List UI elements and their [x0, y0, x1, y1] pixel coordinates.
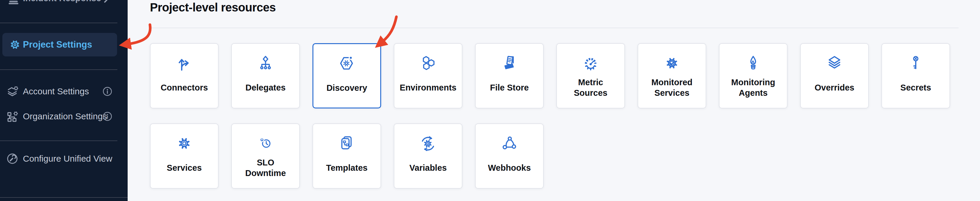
- project-settings-page: Incident Response: [0, 0, 980, 201]
- sidebar-item-organization-settings[interactable]: Organization Settings: [0, 108, 127, 124]
- resource-card-variables[interactable]: Variables: [394, 123, 463, 189]
- resource-card-webhooks[interactable]: Webhooks: [475, 123, 544, 189]
- monitored-services-icon: [663, 54, 681, 73]
- resource-card-label: Monitored Services: [650, 76, 694, 99]
- environments-icon: [419, 54, 437, 73]
- sidebar-item-account-settings[interactable]: Account Settings: [0, 83, 127, 100]
- resource-card-templates[interactable]: Templates: [312, 123, 381, 189]
- sidebar-item-label: Project Settings: [23, 39, 92, 50]
- metric-sources-icon: [582, 54, 600, 73]
- file-store-icon: [501, 54, 518, 73]
- resource-card-label: Secrets: [900, 76, 931, 99]
- resource-card-label: Discovery: [326, 77, 368, 99]
- resource-card-label: Webhooks: [488, 156, 531, 179]
- sidebar: Incident Response: [0, 0, 127, 201]
- sidebar-divider: [0, 22, 118, 23]
- layers-gear-icon: [6, 85, 19, 97]
- sidebar-item-label: Organization Settings: [23, 112, 107, 121]
- sidebar-item-project-settings[interactable]: Project Settings: [2, 33, 117, 56]
- main-content: Project-level resources Connectors Deleg…: [127, 0, 980, 201]
- info-icon[interactable]: [103, 87, 112, 96]
- delegates-icon: [257, 54, 274, 73]
- info-icon[interactable]: [103, 112, 112, 121]
- resource-card-label: Variables: [409, 156, 447, 179]
- gear-icon: [10, 39, 21, 50]
- sidebar-item-label: Incident Response: [23, 0, 101, 3]
- resource-card-connectors[interactable]: Connectors: [150, 43, 219, 108]
- resource-card-label: Overrides: [815, 76, 854, 99]
- resource-card-discovery[interactable]: Discovery: [312, 43, 381, 108]
- header-divider: [150, 28, 959, 28]
- resource-card-secrets[interactable]: Secrets: [881, 43, 950, 108]
- overrides-icon: [826, 54, 843, 73]
- sidebar-divider: [0, 69, 118, 70]
- sidebar-divider: [0, 197, 127, 198]
- resource-card-label: Services: [167, 156, 202, 179]
- resource-card-services[interactable]: Services: [150, 123, 219, 189]
- resource-card-delegates[interactable]: Delegates: [231, 43, 300, 108]
- resource-card-label: Delegates: [245, 76, 285, 99]
- resource-card-label: Connectors: [161, 76, 208, 99]
- discovery-icon: [338, 54, 356, 73]
- services-icon: [175, 134, 193, 153]
- incident-response-icon: [7, 0, 20, 5]
- resource-card-label: Monitoring Agents: [731, 76, 775, 99]
- sidebar-item-label: Configure Unified View: [23, 154, 112, 164]
- org-chart-gear-icon: [6, 110, 19, 123]
- webhooks-icon: [501, 134, 518, 153]
- resource-card-label: Environments: [399, 76, 456, 99]
- resource-grid: Connectors Delegates Discovery Environme…: [150, 43, 951, 189]
- page-title: Project-level resources: [150, 1, 980, 14]
- resource-card-label: Templates: [326, 156, 368, 179]
- sidebar-divider: [0, 140, 118, 141]
- templates-icon: [338, 134, 356, 153]
- resource-card-label: SLO Downtime: [243, 156, 288, 179]
- connectors-icon: [175, 54, 193, 73]
- resource-card-metric-sources[interactable]: Metric Sources: [556, 43, 625, 108]
- variables-icon: [419, 134, 437, 153]
- sidebar-item-label: Account Settings: [23, 86, 89, 96]
- resource-card-file-store[interactable]: File Store: [475, 43, 544, 108]
- resource-card-overrides[interactable]: Overrides: [800, 43, 869, 108]
- secrets-icon: [907, 54, 924, 73]
- monitoring-agents-icon: [745, 54, 762, 73]
- resource-card-environments[interactable]: Environments: [394, 43, 463, 108]
- resource-card-label: Metric Sources: [569, 76, 612, 99]
- resource-card-slo-downtime[interactable]: SLO Downtime: [231, 123, 300, 189]
- sidebar-item-configure-unified-view[interactable]: Configure Unified View: [0, 150, 127, 167]
- wrench-circle-icon: [6, 153, 18, 164]
- resource-card-monitoring-agents[interactable]: Monitoring Agents: [719, 43, 788, 108]
- sidebar-item-incident-response[interactable]: Incident Response: [0, 0, 127, 6]
- chevron-right-icon: [103, 0, 110, 3]
- resource-card-label: File Store: [490, 76, 529, 99]
- resource-card-monitored-services[interactable]: Monitored Services: [638, 43, 706, 108]
- slo-downtime-icon: [257, 134, 274, 153]
